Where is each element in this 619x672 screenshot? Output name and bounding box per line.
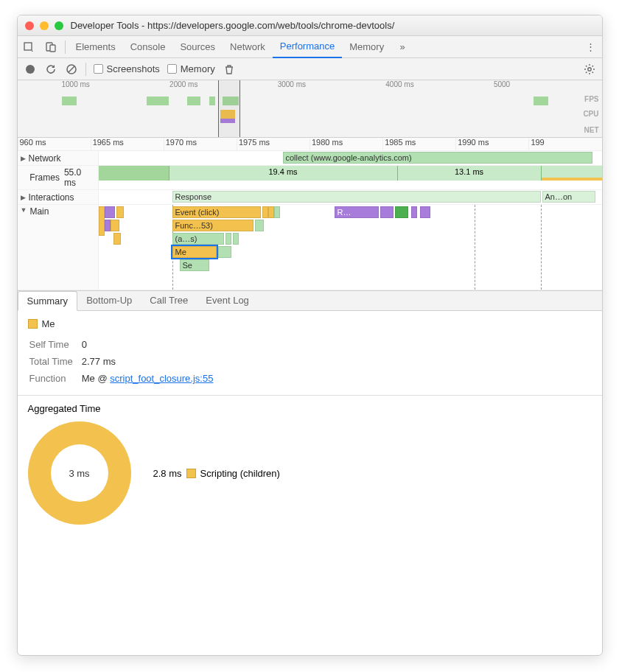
overview-ruler: 1000 ms2000 ms3000 ms4000 ms5000	[18, 80, 602, 91]
more-tabs-icon[interactable]: »	[391, 36, 413, 58]
triangle-right-icon: ▶	[21, 194, 26, 201]
tab-event-log[interactable]: Event Log	[197, 291, 258, 310]
tab-performance[interactable]: Performance	[273, 36, 342, 58]
triangle-down-icon: ▼	[21, 206, 27, 214]
tab-call-tree[interactable]: Call Tree	[141, 291, 197, 310]
tab-memory[interactable]: Memory	[342, 36, 391, 58]
flame-bar[interactable]	[420, 206, 430, 218]
summary-panel: Me Self Time0 Total Time2.77 ms Function…	[18, 311, 602, 395]
flame-bar-func[interactable]: Func…53)	[172, 220, 253, 231]
settings-gear-icon[interactable]	[583, 63, 596, 76]
interaction-bar[interactable]: An…on	[542, 191, 595, 203]
flame-ruler: 960 ms1965 ms1970 ms1975 ms1980 ms1985 m…	[18, 138, 602, 151]
tab-sources[interactable]: Sources	[172, 36, 223, 58]
donut-legend: 2.8 ms Scripting (children)	[153, 468, 280, 479]
svg-rect-2	[50, 45, 55, 52]
total-time-value: 2.77 ms	[82, 354, 221, 369]
minimize-icon[interactable]	[40, 21, 49, 30]
titlebar: Developer Tools - https://developers.goo…	[18, 15, 602, 36]
svg-point-3	[26, 65, 35, 74]
kebab-menu-icon[interactable]: ⋮	[580, 36, 602, 58]
flame-bar[interactable]	[111, 220, 119, 231]
self-time-value: 0	[82, 337, 221, 352]
flame-bar[interactable]	[395, 206, 408, 218]
screenshots-checkbox[interactable]: Screenshots	[94, 63, 160, 74]
window-title: Developer Tools - https://developers.goo…	[71, 20, 395, 31]
flame-bar-r[interactable]: R…	[335, 206, 379, 218]
svg-point-6	[587, 67, 590, 70]
tab-elements[interactable]: Elements	[69, 36, 123, 58]
flame-bar-event-click[interactable]: Event (click)	[172, 206, 261, 218]
perf-toolbar: Screenshots Memory	[18, 58, 602, 80]
flame-bar[interactable]	[225, 233, 231, 245]
flame-bar[interactable]	[113, 233, 121, 245]
panel-tabs: Elements Console Sources Network Perform…	[18, 36, 602, 58]
memory-checkbox[interactable]: Memory	[167, 63, 215, 74]
flame-bar-anon[interactable]: (a…s)	[172, 233, 224, 245]
overview-fps-track	[18, 97, 602, 108]
overview-cpu-label: CPU	[583, 110, 598, 118]
reload-icon[interactable]	[44, 63, 57, 76]
tab-network[interactable]: Network	[223, 36, 273, 58]
track-network: ▶Network collect (www.google-analytics.c…	[18, 151, 602, 166]
tab-console[interactable]: Console	[123, 36, 173, 58]
flame-bar-me[interactable]: Me	[172, 246, 217, 258]
detail-tabs: Summary Bottom-Up Call Tree Event Log	[18, 291, 602, 311]
network-bar[interactable]: collect (www.google-analytics.com)	[283, 152, 592, 164]
garbage-icon[interactable]	[223, 63, 236, 76]
zoom-icon[interactable]	[55, 21, 63, 30]
track-interactions: ▶Interactions Response An…on	[18, 190, 602, 205]
close-icon[interactable]	[25, 21, 34, 30]
flame-bar[interactable]	[99, 206, 105, 236]
flame-bar-se[interactable]: Se	[180, 259, 209, 271]
flame-bar[interactable]	[218, 246, 231, 258]
flame-bar[interactable]	[411, 206, 417, 218]
frame-slice[interactable]: 13.1 ms	[398, 166, 542, 181]
devtools-window: Developer Tools - https://developers.goo…	[17, 15, 603, 656]
interaction-bar[interactable]: Response	[172, 191, 541, 203]
flamechart-pane[interactable]: 960 ms1965 ms1970 ms1975 ms1980 ms1985 m…	[18, 138, 602, 291]
frame-slice[interactable]	[542, 178, 602, 181]
flame-bar[interactable]	[268, 206, 274, 218]
device-toggle-icon[interactable]	[40, 36, 62, 58]
clear-icon[interactable]	[65, 63, 78, 76]
flame-bar[interactable]	[274, 206, 280, 218]
track-main: ▼Main Event (click) Func…53) (	[18, 205, 602, 290]
flame-bar[interactable]	[105, 206, 115, 218]
overview-pane[interactable]: 1000 ms2000 ms3000 ms4000 ms5000 FPS CPU…	[18, 80, 602, 138]
frame-slice[interactable]	[99, 166, 169, 181]
flame-bar[interactable]	[262, 206, 268, 218]
aggregated-title: Aggregated Time	[28, 403, 592, 414]
track-frames: Frames55.0 ms 19.4 ms 13.1 ms	[18, 166, 602, 190]
traffic-lights	[25, 21, 63, 30]
record-icon[interactable]	[24, 63, 37, 76]
summary-table: Self Time0 Total Time2.77 ms FunctionMe …	[28, 335, 223, 388]
tab-bottom-up[interactable]: Bottom-Up	[77, 291, 141, 310]
overview-cpu-track	[18, 110, 602, 125]
inspect-icon[interactable]	[18, 36, 40, 58]
overview-fps-label: FPS	[584, 95, 598, 103]
aggregated-panel: Aggregated Time 3 ms 2.8 ms Scripting (c…	[18, 395, 602, 532]
gridline	[475, 205, 475, 290]
flame-bar[interactable]	[380, 206, 394, 218]
svg-rect-0	[24, 43, 32, 50]
flame-bar[interactable]	[105, 220, 111, 231]
function-source-link[interactable]: script_foot_closure.js:55	[110, 373, 213, 384]
scripting-swatch-icon	[186, 469, 196, 478]
frame-slice[interactable]: 19.4 ms	[169, 166, 398, 181]
flame-bar[interactable]	[255, 220, 264, 231]
svg-line-5	[69, 66, 74, 72]
overview-viewport-handle[interactable]	[218, 80, 240, 137]
tab-summary[interactable]: Summary	[18, 291, 78, 311]
flame-bar[interactable]	[116, 206, 124, 218]
summary-title: Me	[42, 318, 55, 329]
donut-center-value: 3 ms	[51, 444, 108, 502]
flame-bar[interactable]	[233, 233, 239, 245]
triangle-right-icon: ▶	[21, 155, 26, 162]
scripting-swatch-icon	[28, 319, 38, 329]
gridline	[541, 205, 542, 290]
aggregated-donut-chart: 3 ms	[28, 421, 131, 525]
overview-net-label: NET	[584, 126, 599, 134]
